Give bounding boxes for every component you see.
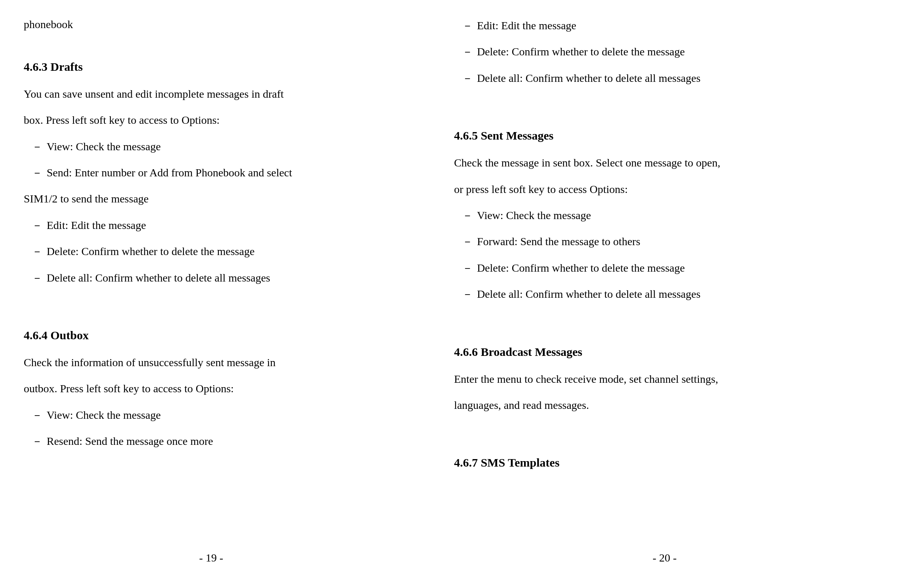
bullet-dash: － bbox=[32, 272, 43, 284]
list-item: －View: Check the message bbox=[24, 405, 399, 425]
section-466-body2: languages, and read messages. bbox=[454, 395, 875, 415]
list-item: －Edit: Edit the message bbox=[24, 216, 399, 235]
right-column: －Edit: Edit the message －Delete: Confirm… bbox=[430, 16, 875, 564]
section-467-heading: 4.6.7 SMS Templates bbox=[454, 453, 875, 472]
list-item: －Delete: Confirm whether to delete the m… bbox=[454, 42, 875, 62]
bullet-dash: － bbox=[462, 19, 473, 32]
section-463-body2: box. Press left soft key to access to Op… bbox=[24, 110, 399, 130]
section-466-heading: 4.6.6 Broadcast Messages bbox=[454, 342, 875, 361]
bullet-dash: － bbox=[462, 45, 473, 58]
list-item: －Forward: Send the message to others bbox=[454, 232, 875, 251]
bullet-dash: － bbox=[462, 72, 473, 84]
bullet-dash: － bbox=[32, 409, 43, 421]
list-item: －Edit: Edit the message bbox=[454, 16, 875, 36]
bullet-dash: － bbox=[32, 245, 43, 257]
section-464-body2: outbox. Press left soft key to access to… bbox=[24, 379, 399, 399]
bullet-dash: － bbox=[32, 140, 43, 153]
list-item: －Resend: Send the message once more bbox=[24, 431, 399, 451]
section-463-sim: SIM1/2 to send the message bbox=[24, 189, 399, 209]
list-item: －Delete all: Confirm whether to delete a… bbox=[454, 68, 875, 88]
left-page-number: - 19 - bbox=[24, 536, 399, 564]
section-465-body2: or press left soft key to access Options… bbox=[454, 180, 875, 199]
list-item: －View: Check the message bbox=[24, 137, 399, 157]
bullet-dash: － bbox=[32, 219, 43, 231]
bullet-dash: － bbox=[32, 166, 43, 179]
bullet-dash: － bbox=[462, 235, 473, 248]
bullet-dash: － bbox=[462, 262, 473, 274]
bullet-dash: － bbox=[462, 288, 473, 300]
left-column: phonebook 4.6.3 Drafts You can save unse… bbox=[24, 16, 430, 564]
list-item: －View: Check the message bbox=[454, 206, 875, 225]
right-page-number: - 20 - bbox=[454, 536, 875, 564]
continuation-text: phonebook bbox=[24, 16, 399, 34]
section-465-body1: Check the message in sent box. Select on… bbox=[454, 153, 875, 173]
list-item: －Delete: Confirm whether to delete the m… bbox=[454, 258, 875, 278]
section-464-body1: Check the information of unsuccessfully … bbox=[24, 353, 399, 372]
section-464-heading: 4.6.4 Outbox bbox=[24, 326, 399, 345]
list-item: －Delete all: Confirm whether to delete a… bbox=[454, 284, 875, 304]
list-item: －Delete: Confirm whether to delete the m… bbox=[24, 242, 399, 261]
bullet-dash: － bbox=[32, 435, 43, 447]
section-465-heading: 4.6.5 Sent Messages bbox=[454, 126, 875, 145]
bullet-dash: － bbox=[462, 209, 473, 221]
list-item: －Send: Enter number or Add from Phoneboo… bbox=[24, 163, 399, 183]
section-463-heading: 4.6.3 Drafts bbox=[24, 57, 399, 76]
list-item: －Delete all: Confirm whether to delete a… bbox=[24, 268, 399, 288]
section-463-body1: You can save unsent and edit incomplete … bbox=[24, 84, 399, 104]
section-466-body1: Enter the menu to check receive mode, se… bbox=[454, 369, 875, 389]
